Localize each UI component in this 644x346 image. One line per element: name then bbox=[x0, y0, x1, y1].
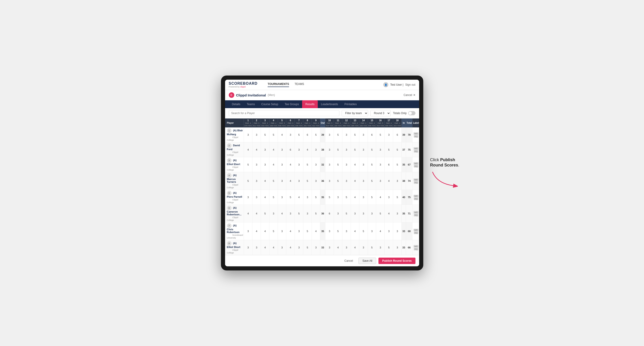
toggle-switch[interactable] bbox=[408, 111, 416, 115]
score-hole-11[interactable]: 3 bbox=[334, 205, 342, 222]
score-hole-8[interactable]: 3 bbox=[303, 205, 312, 222]
score-hole-4[interactable]: 5 bbox=[269, 172, 278, 190]
score-hole-8[interactable]: 5 bbox=[303, 240, 312, 255]
score-hole-14[interactable]: 3 bbox=[359, 205, 368, 222]
sign-out-link[interactable]: Sign out bbox=[405, 83, 415, 86]
score-hole-6[interactable]: 4 bbox=[286, 222, 295, 240]
score-hole-1[interactable]: 3 bbox=[244, 127, 252, 142]
score-hole-5[interactable]: 3 bbox=[278, 240, 286, 255]
score-hole-15[interactable]: 3 bbox=[368, 222, 376, 240]
tab-tee-groups[interactable]: Tee Groups bbox=[282, 100, 302, 108]
score-hole-10[interactable]: 3 bbox=[325, 157, 334, 172]
score-hole-12[interactable]: 3 bbox=[342, 142, 350, 157]
score-hole-3[interactable]: 4 bbox=[261, 240, 269, 255]
score-hole-1[interactable]: 3 bbox=[244, 222, 252, 240]
score-hole-16[interactable]: 4 bbox=[376, 190, 385, 205]
score-hole-11[interactable]: 3 bbox=[334, 190, 342, 205]
score-hole-13[interactable]: 3 bbox=[350, 205, 359, 222]
score-hole-13[interactable]: 5 bbox=[350, 127, 359, 142]
score-hole-11[interactable]: 5 bbox=[334, 157, 342, 172]
score-hole-10[interactable]: 6 bbox=[325, 205, 334, 222]
wd-badge[interactable]: WD bbox=[414, 211, 419, 214]
score-hole-16[interactable]: 3 bbox=[376, 157, 385, 172]
score-hole-12[interactable]: 5 bbox=[342, 190, 350, 205]
score-hole-13[interactable]: 4 bbox=[350, 190, 359, 205]
score-hole-17[interactable]: 3 bbox=[385, 222, 393, 240]
tab-details[interactable]: Details bbox=[229, 100, 244, 108]
score-hole-10[interactable]: 3 bbox=[325, 240, 334, 255]
score-hole-2[interactable]: 3 bbox=[252, 190, 261, 205]
score-hole-13[interactable]: 5 bbox=[350, 142, 359, 157]
score-hole-18[interactable]: 3 bbox=[393, 240, 402, 255]
score-hole-8[interactable]: 5 bbox=[303, 172, 312, 190]
score-hole-16[interactable]: 3 bbox=[376, 240, 385, 255]
tab-results[interactable]: Results bbox=[302, 100, 318, 108]
score-hole-15[interactable]: 5 bbox=[368, 172, 376, 190]
score-hole-15[interactable]: 6 bbox=[368, 127, 376, 142]
score-hole-9[interactable]: 5 bbox=[312, 205, 320, 222]
score-hole-17[interactable]: 6 bbox=[385, 157, 393, 172]
score-hole-18[interactable]: 6 bbox=[393, 127, 402, 142]
score-hole-16[interactable]: 3 bbox=[376, 172, 385, 190]
score-hole-18[interactable]: 5 bbox=[393, 157, 402, 172]
score-hole-14[interactable]: 3 bbox=[359, 172, 368, 190]
score-hole-5[interactable]: 3 bbox=[278, 190, 286, 205]
score-hole-4[interactable]: 4 bbox=[269, 240, 278, 255]
round-select[interactable]: Round 3 bbox=[370, 110, 391, 116]
score-hole-12[interactable]: 3 bbox=[342, 172, 350, 190]
score-hole-5[interactable]: 3 bbox=[278, 172, 286, 190]
score-hole-9[interactable]: 3 bbox=[312, 142, 320, 157]
score-hole-7[interactable]: 5 bbox=[295, 127, 303, 142]
filter-by-team-select[interactable]: Filter by team bbox=[342, 110, 368, 116]
score-hole-12[interactable]: 3 bbox=[342, 157, 350, 172]
score-hole-18[interactable]: 3 bbox=[393, 222, 402, 240]
score-hole-5[interactable]: 3 bbox=[278, 222, 286, 240]
nav-tournaments[interactable]: TOURNAMENTS bbox=[268, 82, 289, 87]
wd-badge[interactable]: WD bbox=[414, 245, 419, 248]
dq-badge[interactable]: DQ bbox=[414, 248, 419, 250]
score-hole-5[interactable]: 3 bbox=[278, 142, 286, 157]
score-hole-12[interactable]: 3 bbox=[342, 222, 350, 240]
dq-badge[interactable]: DQ bbox=[414, 197, 419, 200]
score-hole-1[interactable]: 3 bbox=[244, 240, 252, 255]
dq-badge[interactable]: DQ bbox=[414, 214, 419, 216]
score-hole-3[interactable]: 5 bbox=[261, 127, 269, 142]
dq-badge[interactable]: DQ bbox=[414, 135, 419, 138]
score-hole-4[interactable]: 3 bbox=[269, 205, 278, 222]
score-hole-16[interactable]: 4 bbox=[376, 222, 385, 240]
score-hole-2[interactable]: 3 bbox=[252, 240, 261, 255]
score-hole-6[interactable]: 4 bbox=[286, 157, 295, 172]
score-hole-7[interactable]: 3 bbox=[295, 172, 303, 190]
score-hole-15[interactable]: 5 bbox=[368, 190, 376, 205]
tab-teams[interactable]: Teams bbox=[244, 100, 258, 108]
score-hole-1[interactable]: 5 bbox=[244, 172, 252, 190]
score-hole-11[interactable]: 5 bbox=[334, 127, 342, 142]
score-hole-7[interactable]: 5 bbox=[295, 205, 303, 222]
score-hole-18[interactable]: 5 bbox=[393, 142, 402, 157]
score-hole-2[interactable]: 3 bbox=[252, 172, 261, 190]
score-hole-11[interactable]: 4 bbox=[334, 240, 342, 255]
score-hole-3[interactable]: 4 bbox=[261, 172, 269, 190]
score-hole-17[interactable]: 5 bbox=[385, 142, 393, 157]
score-hole-3[interactable]: 5 bbox=[261, 205, 269, 222]
wd-badge[interactable]: WD bbox=[414, 195, 419, 197]
score-hole-17[interactable]: 3 bbox=[385, 127, 393, 142]
totals-only-toggle[interactable]: Totals Only bbox=[393, 111, 415, 115]
score-hole-18[interactable]: 3 bbox=[393, 172, 402, 190]
score-hole-13[interactable]: 4 bbox=[350, 172, 359, 190]
score-hole-9[interactable]: 5 bbox=[312, 190, 320, 205]
score-hole-1[interactable]: 5 bbox=[244, 157, 252, 172]
score-hole-14[interactable]: 3 bbox=[359, 142, 368, 157]
score-hole-10[interactable]: 3 bbox=[325, 127, 334, 142]
score-hole-9[interactable]: 5 bbox=[312, 127, 320, 142]
score-hole-4[interactable]: 4 bbox=[269, 142, 278, 157]
score-hole-6[interactable]: 3 bbox=[286, 205, 295, 222]
score-hole-9[interactable]: 4 bbox=[312, 222, 320, 240]
score-hole-17[interactable]: 5 bbox=[385, 240, 393, 255]
score-hole-15[interactable]: 3 bbox=[368, 205, 376, 222]
score-hole-15[interactable]: 5 bbox=[368, 142, 376, 157]
score-hole-9[interactable]: 3 bbox=[312, 157, 320, 172]
wd-badge[interactable]: WD bbox=[414, 132, 419, 135]
tab-printables[interactable]: Printables bbox=[341, 100, 360, 108]
score-hole-17[interactable]: 4 bbox=[385, 205, 393, 222]
